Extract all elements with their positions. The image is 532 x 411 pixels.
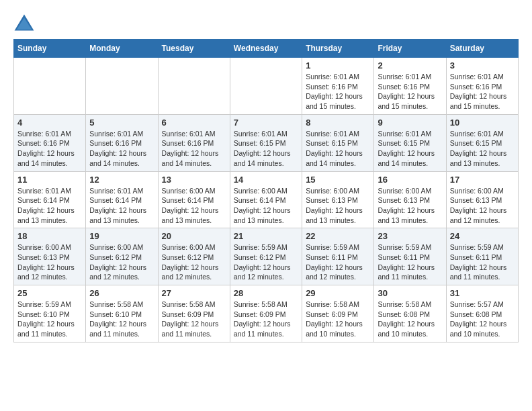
day-info: Sunrise: 6:01 AMSunset: 6:16 PMDaylight:…	[89, 129, 154, 169]
day-number: 28	[234, 288, 298, 298]
day-info: Sunrise: 6:00 AMSunset: 6:13 PMDaylight:…	[450, 186, 515, 226]
day-number: 19	[89, 231, 154, 241]
calendar-cell: 7Sunrise: 6:01 AMSunset: 6:15 PMDaylight…	[230, 114, 302, 171]
calendar-cell: 21Sunrise: 5:59 AMSunset: 6:12 PMDayligh…	[230, 228, 302, 285]
day-number: 1	[306, 60, 370, 71]
calendar-cell: 27Sunrise: 5:58 AMSunset: 6:09 PMDayligh…	[158, 285, 230, 342]
header-tuesday: Tuesday	[158, 40, 230, 58]
day-number: 22	[306, 231, 370, 241]
calendar-cell: 12Sunrise: 6:01 AMSunset: 6:14 PMDayligh…	[86, 171, 158, 228]
calendar-cell: 8Sunrise: 6:01 AMSunset: 6:15 PMDaylight…	[302, 114, 374, 171]
day-number: 17	[450, 175, 515, 185]
day-number: 24	[450, 231, 515, 241]
calendar-cell: 31Sunrise: 5:57 AMSunset: 6:08 PMDayligh…	[446, 285, 518, 342]
calendar-cell: 26Sunrise: 5:58 AMSunset: 6:10 PMDayligh…	[86, 285, 158, 342]
day-number: 6	[162, 118, 226, 128]
calendar-cell	[158, 58, 230, 115]
day-number: 23	[378, 231, 442, 241]
day-info: Sunrise: 5:57 AMSunset: 6:08 PMDaylight:…	[450, 300, 515, 339]
calendar-cell: 17Sunrise: 6:00 AMSunset: 6:13 PMDayligh…	[446, 171, 518, 228]
day-info: Sunrise: 5:58 AMSunset: 6:10 PMDaylight:…	[89, 300, 154, 339]
day-info: Sunrise: 6:01 AMSunset: 6:16 PMDaylight:…	[378, 72, 442, 111]
day-info: Sunrise: 5:59 AMSunset: 6:11 PMDaylight:…	[450, 242, 515, 282]
day-info: Sunrise: 6:00 AMSunset: 6:13 PMDaylight:…	[378, 186, 442, 226]
day-number: 4	[17, 118, 82, 128]
header-wednesday: Wednesday	[230, 40, 302, 58]
day-info: Sunrise: 5:58 AMSunset: 6:09 PMDaylight:…	[234, 300, 298, 339]
day-number: 13	[162, 175, 226, 185]
week-row-4: 18Sunrise: 6:00 AMSunset: 6:13 PMDayligh…	[14, 228, 519, 285]
calendar-cell	[230, 58, 302, 115]
calendar-cell: 2Sunrise: 6:01 AMSunset: 6:16 PMDaylight…	[374, 58, 446, 115]
day-number: 15	[306, 175, 370, 185]
day-info: Sunrise: 6:01 AMSunset: 6:16 PMDaylight:…	[17, 129, 82, 169]
header-monday: Monday	[86, 40, 158, 58]
calendar-cell: 14Sunrise: 6:00 AMSunset: 6:14 PMDayligh…	[230, 171, 302, 228]
calendar-table: Sunday Monday Tuesday Wednesday Thursday…	[13, 39, 519, 342]
day-info: Sunrise: 5:59 AMSunset: 6:11 PMDaylight:…	[378, 242, 442, 282]
day-info: Sunrise: 5:58 AMSunset: 6:09 PMDaylight:…	[306, 300, 370, 339]
day-number: 3	[450, 60, 515, 71]
page-header	[13, 13, 519, 32]
day-info: Sunrise: 6:00 AMSunset: 6:13 PMDaylight:…	[306, 186, 370, 226]
calendar-cell: 29Sunrise: 5:58 AMSunset: 6:09 PMDayligh…	[302, 285, 374, 342]
header-sunday: Sunday	[14, 40, 86, 58]
calendar-cell: 9Sunrise: 6:01 AMSunset: 6:15 PMDaylight…	[374, 114, 446, 171]
calendar-cell: 25Sunrise: 5:59 AMSunset: 6:10 PMDayligh…	[14, 285, 86, 342]
day-info: Sunrise: 5:58 AMSunset: 6:08 PMDaylight:…	[378, 300, 442, 339]
day-number: 25	[17, 288, 82, 298]
day-number: 11	[17, 175, 82, 185]
calendar-cell: 28Sunrise: 5:58 AMSunset: 6:09 PMDayligh…	[230, 285, 302, 342]
day-info: Sunrise: 6:01 AMSunset: 6:15 PMDaylight:…	[378, 129, 442, 169]
header-thursday: Thursday	[302, 40, 374, 58]
day-number: 5	[89, 118, 154, 128]
day-info: Sunrise: 6:01 AMSunset: 6:16 PMDaylight:…	[450, 72, 515, 111]
day-number: 26	[89, 288, 154, 298]
calendar-cell: 30Sunrise: 5:58 AMSunset: 6:08 PMDayligh…	[374, 285, 446, 342]
day-number: 30	[378, 288, 442, 298]
day-info: Sunrise: 6:01 AMSunset: 6:14 PMDaylight:…	[89, 186, 154, 226]
day-number: 7	[234, 118, 298, 128]
calendar-cell: 10Sunrise: 6:01 AMSunset: 6:15 PMDayligh…	[446, 114, 518, 171]
day-info: Sunrise: 5:58 AMSunset: 6:09 PMDaylight:…	[162, 300, 226, 339]
day-info: Sunrise: 6:00 AMSunset: 6:14 PMDaylight:…	[234, 186, 298, 226]
day-number: 31	[450, 288, 515, 298]
day-number: 10	[450, 118, 515, 128]
day-info: Sunrise: 5:59 AMSunset: 6:12 PMDaylight:…	[234, 242, 298, 282]
day-number: 18	[17, 231, 82, 241]
week-row-2: 4Sunrise: 6:01 AMSunset: 6:16 PMDaylight…	[14, 114, 519, 171]
day-info: Sunrise: 5:59 AMSunset: 6:11 PMDaylight:…	[306, 242, 370, 282]
day-info: Sunrise: 6:01 AMSunset: 6:15 PMDaylight:…	[306, 129, 370, 169]
calendar-cell: 15Sunrise: 6:00 AMSunset: 6:13 PMDayligh…	[302, 171, 374, 228]
calendar-cell: 5Sunrise: 6:01 AMSunset: 6:16 PMDaylight…	[86, 114, 158, 171]
calendar-cell: 11Sunrise: 6:01 AMSunset: 6:14 PMDayligh…	[14, 171, 86, 228]
day-info: Sunrise: 6:00 AMSunset: 6:12 PMDaylight:…	[162, 242, 226, 282]
calendar-cell: 20Sunrise: 6:00 AMSunset: 6:12 PMDayligh…	[158, 228, 230, 285]
calendar-cell: 18Sunrise: 6:00 AMSunset: 6:13 PMDayligh…	[14, 228, 86, 285]
calendar-cell	[86, 58, 158, 115]
week-row-3: 11Sunrise: 6:01 AMSunset: 6:14 PMDayligh…	[14, 171, 519, 228]
day-info: Sunrise: 5:59 AMSunset: 6:10 PMDaylight:…	[17, 300, 82, 339]
logo	[13, 13, 38, 32]
calendar-cell: 4Sunrise: 6:01 AMSunset: 6:16 PMDaylight…	[14, 114, 86, 171]
day-info: Sunrise: 6:01 AMSunset: 6:16 PMDaylight:…	[162, 129, 226, 169]
calendar-header-row: Sunday Monday Tuesday Wednesday Thursday…	[14, 40, 519, 58]
calendar-cell: 22Sunrise: 5:59 AMSunset: 6:11 PMDayligh…	[302, 228, 374, 285]
day-info: Sunrise: 6:01 AMSunset: 6:15 PMDaylight:…	[450, 129, 515, 169]
header-friday: Friday	[374, 40, 446, 58]
day-number: 27	[162, 288, 226, 298]
calendar-cell: 19Sunrise: 6:00 AMSunset: 6:12 PMDayligh…	[86, 228, 158, 285]
day-number: 16	[378, 175, 442, 185]
day-number: 29	[306, 288, 370, 298]
week-row-1: 1Sunrise: 6:01 AMSunset: 6:16 PMDaylight…	[14, 58, 519, 115]
header-saturday: Saturday	[446, 40, 518, 58]
day-info: Sunrise: 6:01 AMSunset: 6:14 PMDaylight:…	[17, 186, 82, 226]
calendar-cell: 16Sunrise: 6:00 AMSunset: 6:13 PMDayligh…	[374, 171, 446, 228]
calendar-cell: 23Sunrise: 5:59 AMSunset: 6:11 PMDayligh…	[374, 228, 446, 285]
week-row-5: 25Sunrise: 5:59 AMSunset: 6:10 PMDayligh…	[14, 285, 519, 342]
day-info: Sunrise: 6:00 AMSunset: 6:14 PMDaylight:…	[162, 186, 226, 226]
day-number: 12	[89, 175, 154, 185]
calendar-cell: 6Sunrise: 6:01 AMSunset: 6:16 PMDaylight…	[158, 114, 230, 171]
day-info: Sunrise: 6:01 AMSunset: 6:16 PMDaylight:…	[306, 72, 370, 111]
day-number: 14	[234, 175, 298, 185]
